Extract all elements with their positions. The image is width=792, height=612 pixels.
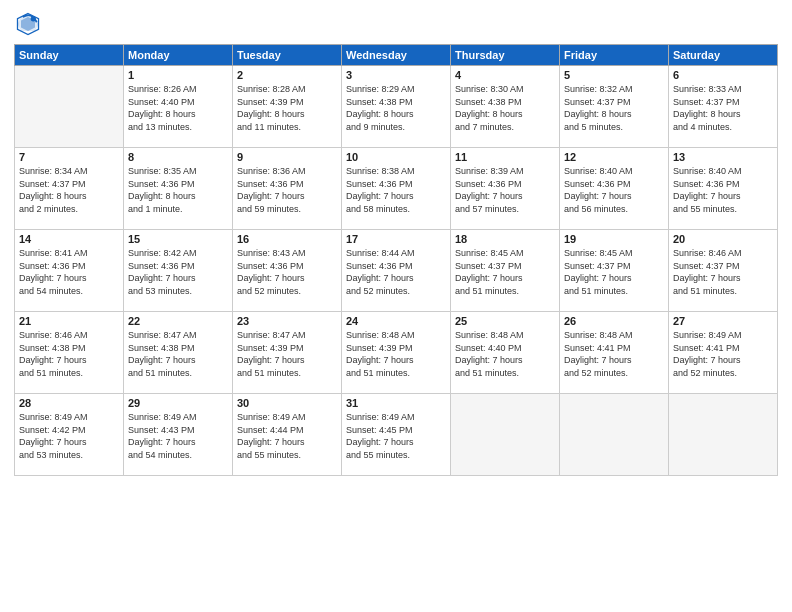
- day-info: Sunrise: 8:46 AM Sunset: 4:38 PM Dayligh…: [19, 329, 119, 379]
- day-number: 11: [455, 151, 555, 163]
- calendar-cell: 19Sunrise: 8:45 AM Sunset: 4:37 PM Dayli…: [560, 230, 669, 312]
- day-info: Sunrise: 8:45 AM Sunset: 4:37 PM Dayligh…: [564, 247, 664, 297]
- calendar-cell: 23Sunrise: 8:47 AM Sunset: 4:39 PM Dayli…: [233, 312, 342, 394]
- day-info: Sunrise: 8:26 AM Sunset: 4:40 PM Dayligh…: [128, 83, 228, 133]
- day-number: 28: [19, 397, 119, 409]
- calendar-cell: 31Sunrise: 8:49 AM Sunset: 4:45 PM Dayli…: [342, 394, 451, 476]
- svg-point-3: [31, 16, 36, 21]
- calendar-cell: 4Sunrise: 8:30 AM Sunset: 4:38 PM Daylig…: [451, 66, 560, 148]
- day-number: 25: [455, 315, 555, 327]
- calendar-body: 1Sunrise: 8:26 AM Sunset: 4:40 PM Daylig…: [15, 66, 778, 476]
- day-number: 3: [346, 69, 446, 81]
- day-number: 14: [19, 233, 119, 245]
- day-info: Sunrise: 8:49 AM Sunset: 4:42 PM Dayligh…: [19, 411, 119, 461]
- day-number: 13: [673, 151, 773, 163]
- day-info: Sunrise: 8:44 AM Sunset: 4:36 PM Dayligh…: [346, 247, 446, 297]
- day-info: Sunrise: 8:45 AM Sunset: 4:37 PM Dayligh…: [455, 247, 555, 297]
- calendar-cell: 21Sunrise: 8:46 AM Sunset: 4:38 PM Dayli…: [15, 312, 124, 394]
- calendar-cell: [669, 394, 778, 476]
- day-info: Sunrise: 8:46 AM Sunset: 4:37 PM Dayligh…: [673, 247, 773, 297]
- calendar-cell: 26Sunrise: 8:48 AM Sunset: 4:41 PM Dayli…: [560, 312, 669, 394]
- calendar-cell: 16Sunrise: 8:43 AM Sunset: 4:36 PM Dayli…: [233, 230, 342, 312]
- day-number: 16: [237, 233, 337, 245]
- calendar-cell: 28Sunrise: 8:49 AM Sunset: 4:42 PM Dayli…: [15, 394, 124, 476]
- calendar-cell: 20Sunrise: 8:46 AM Sunset: 4:37 PM Dayli…: [669, 230, 778, 312]
- day-number: 2: [237, 69, 337, 81]
- calendar-cell: 25Sunrise: 8:48 AM Sunset: 4:40 PM Dayli…: [451, 312, 560, 394]
- day-number: 21: [19, 315, 119, 327]
- day-number: 17: [346, 233, 446, 245]
- day-number: 31: [346, 397, 446, 409]
- calendar-cell: 8Sunrise: 8:35 AM Sunset: 4:36 PM Daylig…: [124, 148, 233, 230]
- calendar-cell: [560, 394, 669, 476]
- day-number: 27: [673, 315, 773, 327]
- header-cell-friday: Friday: [560, 45, 669, 66]
- calendar-cell: [451, 394, 560, 476]
- logo: [14, 10, 44, 38]
- calendar-cell: 7Sunrise: 8:34 AM Sunset: 4:37 PM Daylig…: [15, 148, 124, 230]
- day-number: 4: [455, 69, 555, 81]
- day-info: Sunrise: 8:49 AM Sunset: 4:45 PM Dayligh…: [346, 411, 446, 461]
- header: [14, 10, 778, 38]
- header-cell-saturday: Saturday: [669, 45, 778, 66]
- day-info: Sunrise: 8:30 AM Sunset: 4:38 PM Dayligh…: [455, 83, 555, 133]
- day-info: Sunrise: 8:33 AM Sunset: 4:37 PM Dayligh…: [673, 83, 773, 133]
- day-number: 19: [564, 233, 664, 245]
- day-number: 30: [237, 397, 337, 409]
- day-info: Sunrise: 8:39 AM Sunset: 4:36 PM Dayligh…: [455, 165, 555, 215]
- week-row-5: 28Sunrise: 8:49 AM Sunset: 4:42 PM Dayli…: [15, 394, 778, 476]
- day-info: Sunrise: 8:43 AM Sunset: 4:36 PM Dayligh…: [237, 247, 337, 297]
- header-cell-monday: Monday: [124, 45, 233, 66]
- day-info: Sunrise: 8:41 AM Sunset: 4:36 PM Dayligh…: [19, 247, 119, 297]
- day-number: 22: [128, 315, 228, 327]
- day-info: Sunrise: 8:42 AM Sunset: 4:36 PM Dayligh…: [128, 247, 228, 297]
- header-cell-wednesday: Wednesday: [342, 45, 451, 66]
- calendar-cell: 2Sunrise: 8:28 AM Sunset: 4:39 PM Daylig…: [233, 66, 342, 148]
- day-info: Sunrise: 8:36 AM Sunset: 4:36 PM Dayligh…: [237, 165, 337, 215]
- calendar-cell: 10Sunrise: 8:38 AM Sunset: 4:36 PM Dayli…: [342, 148, 451, 230]
- day-number: 23: [237, 315, 337, 327]
- day-info: Sunrise: 8:49 AM Sunset: 4:41 PM Dayligh…: [673, 329, 773, 379]
- day-number: 9: [237, 151, 337, 163]
- page-container: SundayMondayTuesdayWednesdayThursdayFrid…: [0, 0, 792, 484]
- calendar-cell: 29Sunrise: 8:49 AM Sunset: 4:43 PM Dayli…: [124, 394, 233, 476]
- day-number: 24: [346, 315, 446, 327]
- day-number: 8: [128, 151, 228, 163]
- day-info: Sunrise: 8:48 AM Sunset: 4:41 PM Dayligh…: [564, 329, 664, 379]
- day-info: Sunrise: 8:38 AM Sunset: 4:36 PM Dayligh…: [346, 165, 446, 215]
- day-info: Sunrise: 8:29 AM Sunset: 4:38 PM Dayligh…: [346, 83, 446, 133]
- day-info: Sunrise: 8:28 AM Sunset: 4:39 PM Dayligh…: [237, 83, 337, 133]
- logo-icon: [14, 10, 42, 38]
- header-cell-sunday: Sunday: [15, 45, 124, 66]
- day-number: 6: [673, 69, 773, 81]
- calendar-cell: 30Sunrise: 8:49 AM Sunset: 4:44 PM Dayli…: [233, 394, 342, 476]
- day-info: Sunrise: 8:40 AM Sunset: 4:36 PM Dayligh…: [673, 165, 773, 215]
- calendar-cell: 15Sunrise: 8:42 AM Sunset: 4:36 PM Dayli…: [124, 230, 233, 312]
- week-row-1: 1Sunrise: 8:26 AM Sunset: 4:40 PM Daylig…: [15, 66, 778, 148]
- calendar-cell: [15, 66, 124, 148]
- week-row-2: 7Sunrise: 8:34 AM Sunset: 4:37 PM Daylig…: [15, 148, 778, 230]
- day-info: Sunrise: 8:47 AM Sunset: 4:39 PM Dayligh…: [237, 329, 337, 379]
- calendar-cell: 24Sunrise: 8:48 AM Sunset: 4:39 PM Dayli…: [342, 312, 451, 394]
- calendar-table: SundayMondayTuesdayWednesdayThursdayFrid…: [14, 44, 778, 476]
- day-number: 29: [128, 397, 228, 409]
- calendar-cell: 11Sunrise: 8:39 AM Sunset: 4:36 PM Dayli…: [451, 148, 560, 230]
- calendar-header-row: SundayMondayTuesdayWednesdayThursdayFrid…: [15, 45, 778, 66]
- day-info: Sunrise: 8:35 AM Sunset: 4:36 PM Dayligh…: [128, 165, 228, 215]
- day-info: Sunrise: 8:49 AM Sunset: 4:44 PM Dayligh…: [237, 411, 337, 461]
- day-info: Sunrise: 8:48 AM Sunset: 4:39 PM Dayligh…: [346, 329, 446, 379]
- calendar-cell: 12Sunrise: 8:40 AM Sunset: 4:36 PM Dayli…: [560, 148, 669, 230]
- day-info: Sunrise: 8:40 AM Sunset: 4:36 PM Dayligh…: [564, 165, 664, 215]
- day-number: 15: [128, 233, 228, 245]
- day-number: 10: [346, 151, 446, 163]
- day-info: Sunrise: 8:34 AM Sunset: 4:37 PM Dayligh…: [19, 165, 119, 215]
- day-info: Sunrise: 8:47 AM Sunset: 4:38 PM Dayligh…: [128, 329, 228, 379]
- header-cell-tuesday: Tuesday: [233, 45, 342, 66]
- calendar-cell: 18Sunrise: 8:45 AM Sunset: 4:37 PM Dayli…: [451, 230, 560, 312]
- calendar-cell: 17Sunrise: 8:44 AM Sunset: 4:36 PM Dayli…: [342, 230, 451, 312]
- day-number: 7: [19, 151, 119, 163]
- day-number: 1: [128, 69, 228, 81]
- day-info: Sunrise: 8:48 AM Sunset: 4:40 PM Dayligh…: [455, 329, 555, 379]
- calendar-cell: 13Sunrise: 8:40 AM Sunset: 4:36 PM Dayli…: [669, 148, 778, 230]
- day-number: 20: [673, 233, 773, 245]
